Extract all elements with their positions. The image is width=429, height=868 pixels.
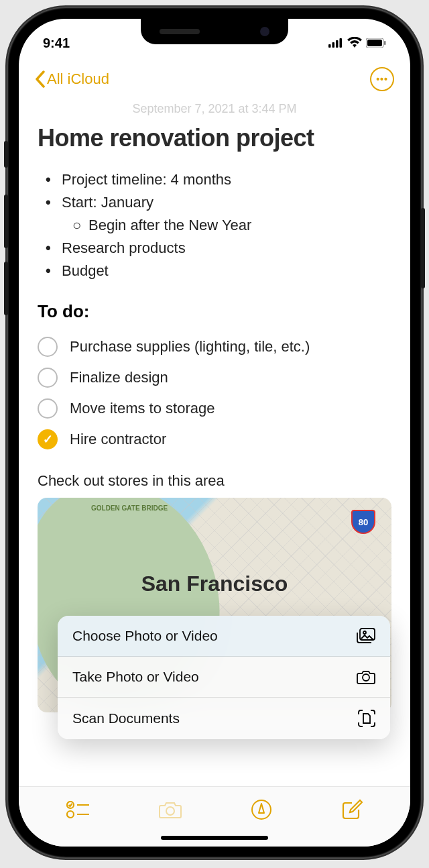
- bullet-list[interactable]: Project timeline: 4 months Start: Januar…: [38, 168, 391, 282]
- list-item[interactable]: Budget: [46, 260, 391, 282]
- checklist-item[interactable]: Move items to storage: [38, 393, 391, 424]
- menu-label: Choose Photo or Video: [72, 628, 218, 644]
- svg-point-13: [67, 811, 74, 818]
- checklist-item[interactable]: Finalize design: [38, 362, 391, 393]
- checkbox-empty-icon[interactable]: [38, 398, 58, 419]
- battery-icon: [366, 36, 386, 51]
- checklist-label[interactable]: Finalize design: [70, 369, 168, 386]
- camera-icon: [357, 669, 375, 684]
- menu-label: Scan Documents: [72, 710, 180, 726]
- checklist-item[interactable]: Hire contractor: [38, 424, 391, 455]
- map-city-label: San Francisco: [141, 572, 288, 596]
- time: 9:41: [43, 36, 70, 51]
- svg-rect-3: [340, 38, 343, 48]
- note-date: September 7, 2021 at 3:44 PM: [38, 102, 391, 116]
- chevron-left-icon: [35, 70, 46, 88]
- svg-rect-2: [336, 40, 339, 48]
- back-button[interactable]: All iCloud: [35, 70, 109, 88]
- scan-icon: [358, 710, 375, 727]
- checklist-label[interactable]: Hire contractor: [70, 431, 166, 448]
- svg-rect-6: [384, 41, 386, 45]
- nav-bar: All iCloud: [19, 59, 410, 99]
- cellular-icon: [328, 36, 343, 51]
- camera-menu-popup: Choose Photo or Video Take Photo or Vide…: [58, 616, 390, 739]
- map-poi-label: GOLDEN GATE BRIDGE: [91, 504, 168, 512]
- checkbox-checked-icon[interactable]: [38, 429, 58, 449]
- list-item[interactable]: Begin after the New Year: [72, 214, 391, 237]
- todo-heading[interactable]: To do:: [38, 301, 391, 322]
- home-indicator[interactable]: [161, 836, 268, 840]
- svg-rect-0: [328, 44, 331, 48]
- compose-button[interactable]: [341, 799, 363, 823]
- highway-shield-icon: 80: [351, 510, 375, 534]
- svg-rect-1: [332, 42, 335, 48]
- menu-take-photo[interactable]: Take Photo or Video: [58, 657, 390, 698]
- menu-choose-photo[interactable]: Choose Photo or Video: [58, 616, 390, 657]
- list-item[interactable]: Project timeline: 4 months: [46, 168, 391, 191]
- svg-rect-5: [367, 40, 382, 46]
- checklist-label[interactable]: Purchase supplies (lighting, tile, etc.): [70, 338, 310, 356]
- checklist-item[interactable]: Purchase supplies (lighting, tile, etc.): [38, 331, 391, 362]
- checkbox-empty-icon[interactable]: [38, 337, 58, 357]
- svg-point-9: [363, 674, 369, 681]
- checklist-tool-button[interactable]: [66, 801, 89, 821]
- wifi-icon: [347, 36, 362, 51]
- list-item[interactable]: Start: January: [46, 191, 391, 214]
- note-content[interactable]: September 7, 2021 at 3:44 PM Home renova…: [19, 99, 410, 786]
- back-label: All iCloud: [47, 70, 109, 88]
- menu-scan-documents[interactable]: Scan Documents: [58, 698, 390, 739]
- svg-point-8: [363, 631, 366, 634]
- markup-tool-button[interactable]: [251, 799, 272, 823]
- menu-label: Take Photo or Video: [72, 669, 199, 685]
- checkbox-empty-icon[interactable]: [38, 368, 58, 388]
- area-label[interactable]: Check out stores in this area: [38, 472, 391, 490]
- svg-point-14: [166, 807, 174, 815]
- checklist-label[interactable]: Move items to storage: [70, 400, 214, 417]
- camera-tool-button[interactable]: [158, 800, 182, 822]
- photo-library-icon: [357, 628, 375, 644]
- list-item[interactable]: Research products: [46, 237, 391, 260]
- note-title[interactable]: Home renovation project: [38, 124, 391, 152]
- more-button[interactable]: [370, 67, 394, 91]
